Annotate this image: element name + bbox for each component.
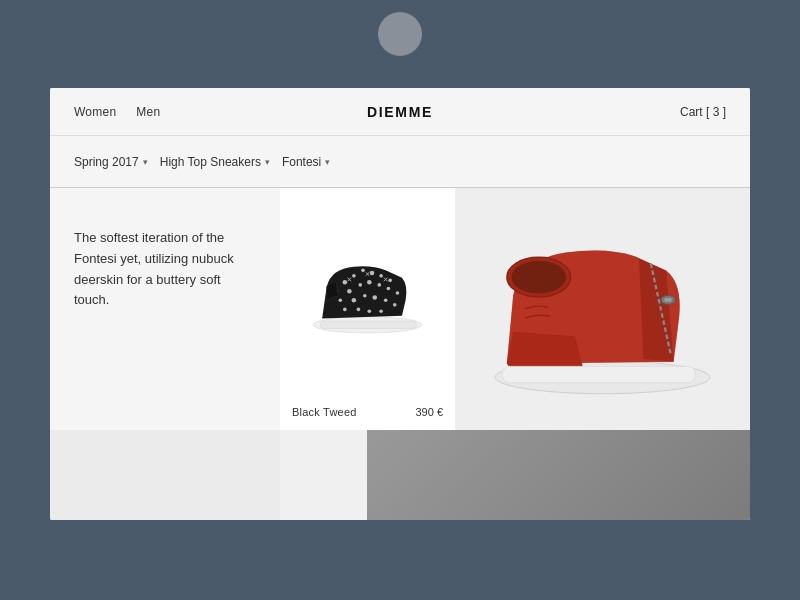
product-price-1: 390 € bbox=[415, 406, 443, 418]
svg-point-13 bbox=[352, 298, 357, 303]
svg-point-3 bbox=[361, 268, 365, 272]
svg-point-14 bbox=[363, 293, 367, 297]
svg-point-11 bbox=[387, 286, 391, 290]
svg-point-9 bbox=[367, 279, 372, 284]
nav-women[interactable]: Women bbox=[74, 105, 116, 119]
svg-point-6 bbox=[388, 278, 392, 282]
description-panel: The softest iteration of the Fontesi yet… bbox=[50, 188, 280, 430]
red-suede-shoe-image bbox=[475, 209, 730, 409]
nav-men[interactable]: Men bbox=[136, 105, 160, 119]
svg-point-20 bbox=[343, 307, 347, 311]
svg-point-30 bbox=[511, 261, 566, 294]
product-info-black-tweed: Black Tweed 390 € bbox=[280, 398, 455, 430]
nav-left: Women Men bbox=[74, 105, 160, 119]
bottom-item-mid-white bbox=[280, 430, 367, 520]
brand-logo: DIEMME bbox=[367, 104, 433, 120]
bottom-item-left bbox=[50, 430, 280, 520]
svg-rect-28 bbox=[664, 298, 671, 302]
filter-bar: Spring 2017 ▾ High Top Sneakers ▾ Fontes… bbox=[50, 136, 750, 188]
red-shoe-image-container bbox=[455, 188, 750, 430]
product-description: The softest iteration of the Fontesi yet… bbox=[74, 228, 256, 311]
product-card-black-tweed[interactable]: Black Tweed 390 € bbox=[280, 188, 455, 430]
filter-season-label: Spring 2017 bbox=[74, 155, 139, 169]
filter-category[interactable]: High Top Sneakers ▾ bbox=[160, 151, 270, 173]
top-circle-button[interactable] bbox=[378, 12, 422, 56]
header: Women Men DIEMME Cart [ 3 ] bbox=[50, 88, 750, 136]
svg-point-5 bbox=[379, 273, 383, 277]
svg-point-17 bbox=[393, 303, 397, 307]
svg-point-23 bbox=[379, 309, 383, 313]
svg-point-16 bbox=[384, 298, 388, 302]
filter-season[interactable]: Spring 2017 ▾ bbox=[74, 151, 148, 173]
filter-model[interactable]: Fontesi ▾ bbox=[282, 151, 330, 173]
svg-point-22 bbox=[368, 309, 372, 313]
svg-point-2 bbox=[352, 273, 356, 277]
svg-point-7 bbox=[347, 288, 352, 293]
filter-category-label: High Top Sneakers bbox=[160, 155, 261, 169]
chevron-down-icon: ▾ bbox=[325, 157, 330, 167]
product-image-1 bbox=[280, 188, 455, 398]
chevron-down-icon: ▾ bbox=[265, 157, 270, 167]
svg-point-8 bbox=[358, 283, 362, 287]
svg-point-21 bbox=[357, 307, 361, 311]
outer-container: Women Men DIEMME Cart [ 3 ] Spring 2017 … bbox=[0, 0, 800, 600]
main-card: Women Men DIEMME Cart [ 3 ] Spring 2017 … bbox=[50, 88, 750, 520]
chevron-down-icon: ▾ bbox=[143, 157, 148, 167]
svg-point-15 bbox=[372, 295, 377, 300]
bottom-item-mid-dark bbox=[367, 430, 750, 520]
black-tweed-shoe-image bbox=[304, 246, 431, 341]
product-name-1: Black Tweed bbox=[292, 406, 357, 418]
svg-rect-24 bbox=[320, 321, 416, 328]
svg-point-18 bbox=[338, 298, 342, 302]
svg-rect-31 bbox=[502, 366, 695, 382]
cart-button[interactable]: Cart [ 3 ] bbox=[680, 105, 726, 119]
svg-point-1 bbox=[343, 279, 348, 284]
bottom-row bbox=[50, 430, 750, 520]
product-card-red[interactable] bbox=[455, 188, 750, 430]
filter-model-label: Fontesi bbox=[282, 155, 321, 169]
svg-point-10 bbox=[377, 283, 381, 287]
svg-point-12 bbox=[396, 291, 400, 295]
svg-point-4 bbox=[370, 270, 375, 275]
